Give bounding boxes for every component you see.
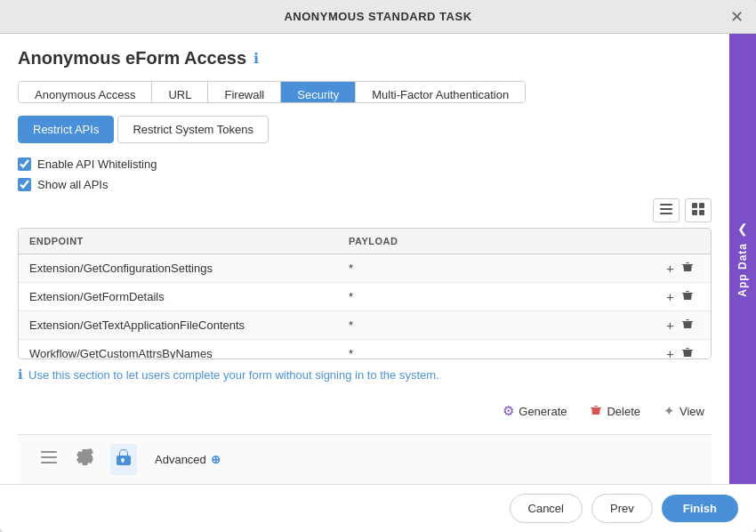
add-row-4-btn[interactable]: + [664,345,676,359]
table-row: + [19,283,711,311]
endpoint-input-3[interactable] [29,318,327,332]
row-actions-3: + [657,311,711,339]
view-icon: ✦ [664,403,675,419]
info-text: Use this section to let users complete y… [28,368,439,382]
subtab-restrict-apis[interactable]: Restrict APIs [18,116,114,143]
bottom-actions: ⚙ Generate Delete ✦ View [18,393,712,434]
show-all-apis-checkbox[interactable] [18,178,31,191]
table-header: ENDPOINT PAYLOAD [19,229,711,254]
subtab-restrict-system-tokens[interactable]: Restrict System Tokens [117,116,269,143]
footer-gear-icon-btn[interactable] [73,444,100,475]
advanced-button[interactable]: Advanced ⊕ [148,448,228,471]
svg-rect-2 [660,213,672,214]
payload-cell-3 [338,313,657,337]
add-row-1-btn[interactable]: + [664,260,676,277]
close-button[interactable]: ✕ [726,6,747,28]
row-actions-1: + [657,254,711,282]
table-row: + [19,340,711,359]
page-title: Anonymous eForm Access [18,48,246,69]
footer-lock-icon-btn[interactable] [110,444,137,475]
prev-button[interactable]: Prev [591,494,653,523]
delete-row-4-btn[interactable] [680,345,696,359]
add-row-3-btn[interactable]: + [664,317,676,334]
app-data-label: App Data [736,243,749,297]
show-all-apis-label: Show all APIs [37,178,109,191]
enable-api-whitelisting-label: Enable API Whitelisting [37,157,157,171]
payload-header: PAYLOAD [338,229,657,254]
payload-input-3[interactable] [349,318,647,332]
endpoint-cell-1 [19,256,338,280]
page-title-area: Anonymous eForm Access ℹ [18,48,712,69]
show-all-apis-row: Show all APIs [18,178,712,191]
endpoint-input-4[interactable] [29,347,327,359]
delete-label: Delete [607,405,640,418]
endpoint-input-2[interactable] [29,290,327,303]
payload-input-2[interactable] [349,290,647,303]
svg-rect-1 [660,208,672,210]
footer-list-icon-btn[interactable] [36,444,62,475]
tab-url[interactable]: URL [152,82,208,102]
cancel-button[interactable]: Cancel [510,494,583,523]
actions-header [657,229,711,254]
table-row: + [19,254,711,283]
content-area: Anonymous eForm Access ℹ Anonymous Acces… [0,34,756,484]
table-row: + [19,311,711,340]
delete-row-2-btn[interactable] [680,288,696,305]
payload-input-1[interactable] [349,262,647,275]
main-content: Anonymous eForm Access ℹ Anonymous Acces… [0,34,729,484]
payload-input-4[interactable] [349,347,647,359]
advanced-label: Advanced [155,453,206,466]
endpoint-header: ENDPOINT [19,229,338,254]
table-view-icon-btn[interactable] [653,198,680,222]
app-data-sidebar[interactable]: ❮ App Data [729,34,756,484]
generate-button[interactable]: ⚙ Generate [495,399,574,423]
footer-icons: Advanced ⊕ [36,444,694,475]
svg-rect-6 [699,210,704,215]
generate-label: Generate [519,405,567,418]
table-icons-row [18,198,712,222]
delete-row-3-btn[interactable] [680,317,696,334]
delete-icon [590,404,602,419]
svg-rect-7 [41,451,57,453]
footer-buttons: Cancel Prev Finish [0,484,756,532]
svg-rect-3 [692,203,697,208]
endpoint-input-1[interactable] [29,262,327,275]
svg-rect-5 [692,210,697,215]
tabs-row: Anonymous Access URL Firewall Security M… [18,81,526,103]
view-button[interactable]: ✦ View [656,399,712,423]
modal-title: ANONYMOUS STANDARD TASK [284,10,471,23]
payload-cell-1 [338,256,657,280]
endpoint-cell-2 [19,285,338,309]
enable-api-whitelisting-row: Enable API Whitelisting [18,157,712,171]
modal: ANONYMOUS STANDARD TASK ✕ Anonymous eFor… [0,0,756,532]
api-table: ENDPOINT PAYLOAD + [18,228,712,359]
tab-firewall[interactable]: Firewall [208,82,281,102]
app-data-chevron-icon: ❮ [737,222,748,236]
view-label: View [680,405,704,418]
delete-button[interactable]: Delete [583,399,647,423]
svg-rect-9 [41,462,57,463]
endpoint-cell-3 [19,313,338,337]
enable-api-whitelisting-checkbox[interactable] [18,157,31,171]
tab-anonymous-access[interactable]: Anonymous Access [19,82,152,102]
page-info-icon[interactable]: ℹ [253,50,259,67]
tab-security[interactable]: Security [281,82,356,102]
finish-button[interactable]: Finish [662,495,738,522]
info-text-icon: ℹ [18,367,23,383]
payload-cell-2 [338,285,657,309]
advanced-plus-icon: ⊕ [211,453,221,466]
svg-rect-8 [41,456,57,458]
svg-rect-0 [660,204,672,206]
title-bar: ANONYMOUS STANDARD TASK ✕ [0,0,756,34]
tab-mfa[interactable]: Multi-Factor Authentication [356,82,525,102]
table-body: + [19,254,711,359]
footer-toolbar: Advanced ⊕ [18,434,712,484]
svg-rect-4 [699,203,704,208]
row-actions-4: + [657,340,711,359]
subtabs-row: Restrict APIs Restrict System Tokens [18,116,712,143]
table-grid-icon-btn[interactable] [685,198,712,222]
endpoint-cell-4 [19,342,338,359]
payload-cell-4 [338,342,657,359]
add-row-2-btn[interactable]: + [664,288,676,305]
delete-row-1-btn[interactable] [680,260,696,277]
